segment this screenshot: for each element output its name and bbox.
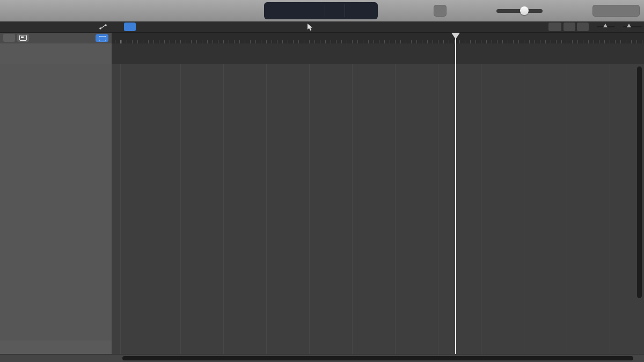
metronome-button[interactable] bbox=[434, 5, 447, 17]
global-tracks-toggle[interactable] bbox=[96, 34, 108, 42]
secondary-tool-menu[interactable] bbox=[323, 21, 325, 32]
drag-menu[interactable] bbox=[498, 21, 507, 32]
duplicate-track-icon bbox=[19, 35, 27, 41]
hzoom-slider[interactable] bbox=[623, 26, 642, 27]
automation-icon bbox=[99, 24, 107, 30]
playhead[interactable] bbox=[455, 33, 456, 354]
add-track-button[interactable] bbox=[3, 34, 15, 42]
playhead-handle[interactable] bbox=[451, 33, 460, 39]
waveform-zoom-button[interactable] bbox=[548, 23, 561, 31]
marker-track-header[interactable] bbox=[0, 43, 112, 64]
master-volume-slider[interactable] bbox=[496, 9, 543, 13]
main-toolbar bbox=[0, 0, 644, 22]
hzoom-slider-thumb[interactable] bbox=[627, 24, 631, 27]
horizontal-scrollbar-track bbox=[0, 354, 644, 362]
track-list-toolbar bbox=[0, 33, 112, 44]
master-volume-knob[interactable] bbox=[520, 6, 529, 15]
tracks-menubar bbox=[0, 21, 644, 33]
vzoom-slider[interactable] bbox=[597, 26, 615, 27]
bar-ruler[interactable] bbox=[112, 33, 644, 44]
pointer-tool-menu[interactable] bbox=[307, 21, 314, 32]
pointer-tool-icon bbox=[307, 24, 313, 31]
track-list-empty-area bbox=[0, 341, 112, 354]
lcd-display[interactable] bbox=[264, 2, 378, 19]
automation-button[interactable] bbox=[99, 21, 107, 32]
vzoom-slider-thumb[interactable] bbox=[603, 24, 608, 27]
catch-playhead-button[interactable] bbox=[124, 23, 136, 31]
view-toggles bbox=[592, 5, 640, 17]
logic-pro-window bbox=[0, 0, 644, 362]
snap-menu[interactable] bbox=[400, 21, 406, 32]
horizontal-zoom-button[interactable] bbox=[577, 23, 589, 31]
vertical-zoom-button[interactable] bbox=[564, 23, 575, 31]
track-header-list bbox=[0, 64, 112, 354]
duplicate-track-button[interactable] bbox=[17, 34, 29, 42]
arrangement-track bbox=[112, 43, 644, 64]
tracks-area bbox=[112, 64, 644, 354]
horizontal-scrollbar[interactable] bbox=[122, 356, 633, 360]
vertical-scrollbar[interactable] bbox=[637, 67, 642, 298]
